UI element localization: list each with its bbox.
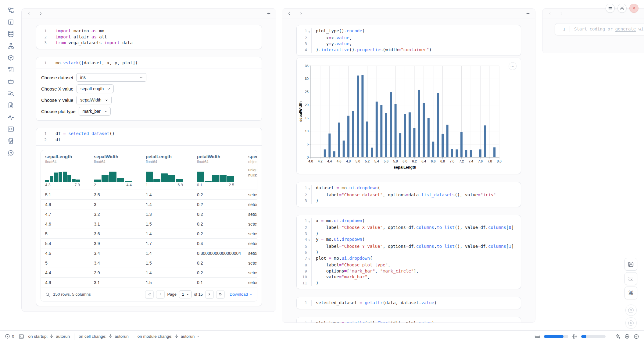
sidebar-function-button[interactable]	[7, 18, 15, 26]
cell-code-editor[interactable]: 1∨dataset = mo.ui.dropdown(2 label="Choo…	[297, 182, 521, 207]
sidebar-help-button[interactable]	[7, 149, 15, 157]
sidebar-dependency-graph-button[interactable]	[7, 42, 15, 50]
last-page-button[interactable]	[216, 290, 225, 299]
page-label: Page	[167, 292, 176, 297]
table-row[interactable]: 4.63.11.50.2setosa	[41, 219, 257, 229]
run-button[interactable]	[625, 317, 637, 329]
fold-marker[interactable]: ∨	[307, 255, 311, 262]
cell-code-editor[interactable]: 1df = selected_dataset()2df	[36, 128, 262, 145]
column-prev-button[interactable]	[287, 11, 292, 16]
cell-code-editor[interactable]: 1mo.vstack([dataset, x, y, plot])	[36, 57, 262, 69]
cell-code-editor[interactable]: 1∨plot_type().encode(2 x=x.value,3 y=y.v…	[297, 25, 521, 55]
fold-marker[interactable]: ∨	[307, 28, 311, 35]
stop-button[interactable]	[625, 305, 637, 316]
table-cell: 0.2	[193, 261, 244, 265]
settings-button[interactable]	[617, 4, 627, 13]
column-next-button[interactable]	[559, 11, 564, 16]
altair-bar-chart[interactable]: 4.04.24.44.64.85.05.25.45.65.86.06.26.46…	[299, 61, 512, 171]
autorun-label: on module change:	[138, 334, 173, 339]
code-line: 4∨y = mo.ui.dropdown(	[297, 237, 521, 244]
table-row[interactable]: 53.61.40.2setosa	[41, 229, 257, 238]
cell-code-editor[interactable]: 1plot_type = getattr(alt.Chart(df), plot…	[297, 317, 521, 323]
cell-plot[interactable]: 1∨plot_type().encode(2 x=x.value,3 y=y.v…	[296, 25, 521, 56]
sidebar-database-button[interactable]	[7, 30, 15, 38]
cell-code-editor[interactable]: 1selected_dataset = getattr(data, datase…	[297, 297, 521, 309]
table-column-header[interactable]: sepalWidthfloat6424.4	[90, 154, 141, 190]
table-cell: 5.1	[41, 192, 90, 197]
search-icon[interactable]	[45, 292, 50, 297]
save-button[interactable]	[624, 258, 637, 271]
column-next-button[interactable]	[299, 11, 303, 16]
column-prev-button[interactable]	[27, 11, 31, 16]
dropdown-select-choose-plot-type[interactable]: mark_bar	[79, 107, 111, 116]
autorun-group[interactable]: on cell change:autorun	[79, 334, 129, 339]
page-number-select[interactable]: 1	[179, 290, 191, 298]
cell-selected-dataset[interactable]: 1selected_dataset = getattr(data, datase…	[296, 297, 521, 309]
table-column-header[interactable]: petalLengthfloat6416.9	[141, 154, 193, 190]
table-row[interactable]: 4.93.11.50.1setosa	[41, 277, 257, 287]
sidebar-package-button[interactable]	[7, 54, 15, 62]
cell-code-editor[interactable]: 1∨x = mo.ui.dropdown(2 label="Choose X v…	[297, 215, 521, 289]
column-next-button[interactable]	[38, 11, 43, 16]
download-button[interactable]: Download	[230, 292, 253, 297]
dropdown-select-choose-x-value[interactable]: sepalLength	[77, 84, 114, 93]
chart-actions-menu[interactable]: ⋯	[509, 62, 517, 70]
code-line: 1plot_type = getattr(alt.Chart(df), plot…	[297, 320, 521, 323]
table-row[interactable]: 4.931.40.2setosa	[41, 199, 257, 209]
code-text: plot = mo.ui.dropdown(	[311, 255, 521, 262]
keyboard-shortcuts-button[interactable]: ⌘	[624, 287, 637, 299]
table-column-header[interactable]: speciesobjectunique:nulls:	[244, 154, 257, 190]
sidebar-scratchpad-button[interactable]	[7, 137, 15, 145]
dropdown-select-choose-y-value[interactable]: sepalWidth	[76, 96, 111, 104]
cell-plot-type[interactable]: 1plot_type = getattr(alt.Chart(df), plot…	[296, 317, 521, 323]
fold-marker[interactable]: ∨	[307, 218, 311, 225]
line-number: 4	[297, 237, 307, 244]
terminal-button[interactable]	[19, 334, 24, 339]
cell-vstack[interactable]: 1mo.vstack([dataset, x, y, plot])Choose …	[36, 57, 262, 121]
sidebar-file-tree-button[interactable]	[7, 6, 15, 14]
cell-dataframe[interactable]: 1df = selected_dataset()2dfsepalLengthfl…	[36, 128, 262, 306]
table-column-header[interactable]: sepalLengthfloat644.37.9	[41, 154, 90, 190]
fold-marker	[307, 198, 311, 204]
cell-code-editor[interactable]: 1import marimo as mo2import altair as al…	[36, 25, 262, 49]
table-row[interactable]: 5.43.91.70.4setosa	[41, 238, 257, 248]
prev-page-button[interactable]	[156, 290, 165, 299]
autorun-group[interactable]: on module change:autorun	[138, 334, 201, 339]
code-editor-placeholder[interactable]: Start coding or generate with AI	[570, 26, 644, 32]
menu-button[interactable]	[606, 4, 615, 13]
table-row[interactable]: 53.41.50.2setosa	[41, 258, 257, 268]
dropdown-select-choose-dataset[interactable]: iris	[76, 73, 146, 82]
column-prev-button[interactable]	[547, 11, 552, 16]
shutdown-button[interactable]	[629, 4, 639, 13]
ai-sparkles-button[interactable]	[615, 333, 621, 339]
first-page-button[interactable]	[145, 290, 154, 299]
sidebar-code-snippet-button[interactable]	[7, 125, 15, 133]
connection-status-icon[interactable]	[634, 334, 639, 339]
chart-output[interactable]: 4.04.24.44.64.85.05.25.45.65.86.06.26.46…	[296, 58, 521, 174]
table-row[interactable]: 4.63.41.40.30000000000000004setosa	[41, 248, 257, 258]
copilot-button[interactable]	[624, 333, 630, 339]
layout-button[interactable]	[624, 272, 637, 285]
sidebar-script-log-button[interactable]	[7, 66, 15, 73]
table-row[interactable]: 4.42.91.40.2setosa	[41, 268, 257, 277]
empty-cell[interactable]: 1 Start coding or generate with AI	[555, 23, 644, 35]
sidebar-list-search-button[interactable]	[7, 89, 15, 97]
fold-marker[interactable]: ∨	[307, 185, 311, 192]
cell-xyplot[interactable]: 1∨x = mo.ui.dropdown(2 label="Choose X v…	[296, 215, 521, 289]
error-counter[interactable]: 0	[5, 334, 14, 339]
autorun-group[interactable]: on startup:autorun	[28, 334, 70, 339]
add-cell-button[interactable]	[267, 11, 271, 16]
autorun-value: autorun	[56, 334, 70, 339]
cell-dataset[interactable]: 1∨dataset = mo.ui.dropdown(2 label="Choo…	[296, 182, 521, 207]
sidebar-activity-button[interactable]	[7, 113, 15, 121]
sidebar-chat-bot-button[interactable]	[7, 77, 15, 85]
table-row[interactable]: 5.13.51.40.2setosa	[41, 190, 257, 199]
table-row[interactable]: 4.73.21.30.2setosa	[41, 209, 257, 219]
next-page-button[interactable]	[205, 290, 214, 299]
add-cell-button[interactable]	[526, 11, 530, 16]
table-column-header[interactable]: petalWidthfloat640.12.5	[193, 154, 244, 190]
fold-marker[interactable]: ∨	[307, 237, 311, 244]
cell-imports[interactable]: 1import marimo as mo2import altair as al…	[36, 25, 262, 49]
generate-with-ai-link[interactable]: generate	[615, 27, 636, 31]
sidebar-document-button[interactable]	[7, 101, 15, 109]
